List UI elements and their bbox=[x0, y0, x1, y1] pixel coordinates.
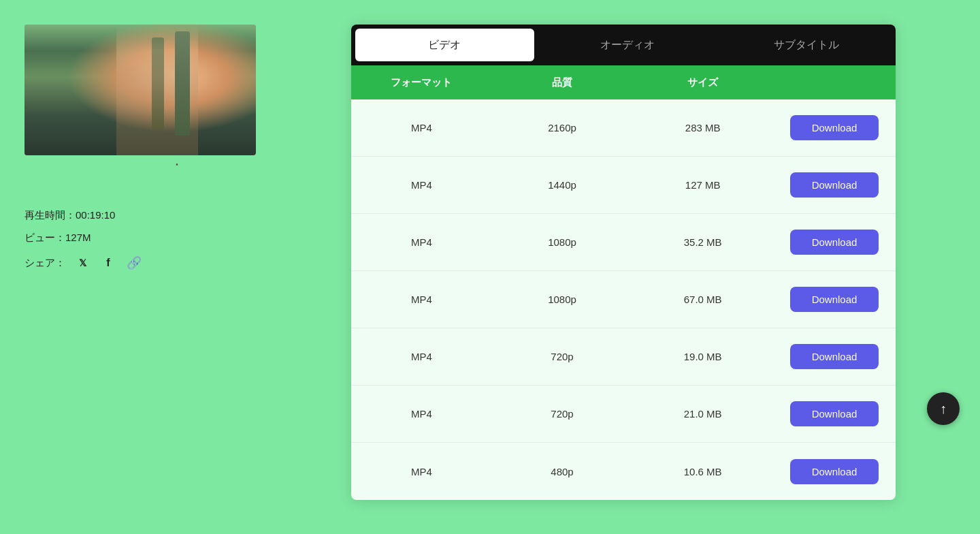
tabs-bar: ビデオオーディオサブタイトル bbox=[351, 25, 896, 65]
download-button-1[interactable]: Download bbox=[790, 172, 879, 198]
table-row: MP4480p10.6 MBDownload bbox=[351, 443, 896, 500]
cell-size-0: 283 MB bbox=[632, 122, 773, 134]
table-row: MP4720p19.0 MBDownload bbox=[351, 328, 896, 386]
cell-size-4: 19.0 MB bbox=[632, 351, 773, 362]
right-panel: ビデオオーディオサブタイトル フォーマット 品質 サイズ MP42160p283… bbox=[351, 25, 896, 500]
video-thumbnail bbox=[24, 25, 256, 155]
cell-quality-4: 720p bbox=[492, 351, 633, 362]
video-metadata: 再生時間：00:19:10 ビュー：127M シェア： 𝕏 f 🔗 bbox=[24, 209, 329, 272]
link-icon[interactable]: 🔗 bbox=[125, 254, 143, 272]
cell-quality-3: 1080p bbox=[492, 294, 633, 305]
scroll-top-button[interactable]: ↑ bbox=[927, 392, 960, 425]
cell-download-6: Download bbox=[773, 459, 896, 484]
table-row: MP41440p127 MBDownload bbox=[351, 157, 896, 214]
views-value: 127M bbox=[65, 232, 91, 243]
download-button-6[interactable]: Download bbox=[790, 459, 879, 484]
cell-size-1: 127 MB bbox=[632, 179, 773, 191]
duration-label: 再生時間： bbox=[24, 209, 76, 221]
cell-format-6: MP4 bbox=[351, 466, 492, 477]
left-panel: • 再生時間：00:19:10 ビュー：127M シェア： 𝕏 f 🔗 bbox=[0, 0, 354, 296]
cell-format-3: MP4 bbox=[351, 294, 492, 305]
table-row: MP4720p21.0 MBDownload bbox=[351, 386, 896, 443]
download-button-2[interactable]: Download bbox=[790, 230, 879, 255]
download-button-0[interactable]: Download bbox=[790, 115, 879, 140]
cell-download-2: Download bbox=[773, 230, 896, 255]
download-button-3[interactable]: Download bbox=[790, 287, 879, 312]
twitter-icon[interactable]: 𝕏 bbox=[74, 254, 91, 272]
cell-size-5: 21.0 MB bbox=[632, 408, 773, 420]
share-label: シェア： bbox=[24, 257, 65, 270]
cell-quality-0: 2160p bbox=[492, 122, 633, 134]
cell-quality-5: 720p bbox=[492, 408, 633, 420]
table-body: MP42160p283 MBDownloadMP41440p127 MBDown… bbox=[351, 99, 896, 500]
table-row: MP41080p67.0 MBDownload bbox=[351, 271, 896, 328]
dot-indicator: • bbox=[24, 161, 329, 168]
cell-download-1: Download bbox=[773, 172, 896, 198]
tab-video[interactable]: ビデオ bbox=[355, 29, 534, 61]
facebook-icon[interactable]: f bbox=[99, 254, 117, 272]
table-header: フォーマット 品質 サイズ bbox=[351, 65, 896, 99]
views-row: ビュー：127M bbox=[24, 232, 329, 245]
views-label: ビュー： bbox=[24, 232, 65, 243]
cell-format-0: MP4 bbox=[351, 122, 492, 134]
duration-value: 00:19:10 bbox=[76, 209, 115, 221]
cell-quality-6: 480p bbox=[492, 466, 633, 477]
cell-size-6: 10.6 MB bbox=[632, 466, 773, 477]
header-quality: 品質 bbox=[492, 76, 633, 89]
header-format: フォーマット bbox=[351, 76, 492, 89]
cell-format-2: MP4 bbox=[351, 236, 492, 248]
cell-format-4: MP4 bbox=[351, 351, 492, 362]
tab-subtitle[interactable]: サブタイトル bbox=[717, 25, 896, 65]
cell-download-5: Download bbox=[773, 401, 896, 426]
header-size: サイズ bbox=[632, 76, 773, 89]
cell-quality-2: 1080p bbox=[492, 236, 633, 248]
duration-row: 再生時間：00:19:10 bbox=[24, 209, 329, 222]
cell-download-3: Download bbox=[773, 287, 896, 312]
cell-size-2: 35.2 MB bbox=[632, 236, 773, 248]
download-button-4[interactable]: Download bbox=[790, 344, 879, 369]
table-row: MP42160p283 MBDownload bbox=[351, 99, 896, 157]
table-row: MP41080p35.2 MBDownload bbox=[351, 214, 896, 271]
tab-audio[interactable]: オーディオ bbox=[538, 25, 717, 65]
share-row: シェア： 𝕏 f 🔗 bbox=[24, 254, 329, 272]
scroll-top-icon: ↑ bbox=[940, 401, 947, 417]
cell-format-5: MP4 bbox=[351, 408, 492, 420]
cell-quality-1: 1440p bbox=[492, 179, 633, 191]
cell-format-1: MP4 bbox=[351, 179, 492, 191]
download-button-5[interactable]: Download bbox=[790, 401, 879, 426]
cell-download-4: Download bbox=[773, 344, 896, 369]
cell-download-0: Download bbox=[773, 115, 896, 140]
cell-size-3: 67.0 MB bbox=[632, 294, 773, 305]
